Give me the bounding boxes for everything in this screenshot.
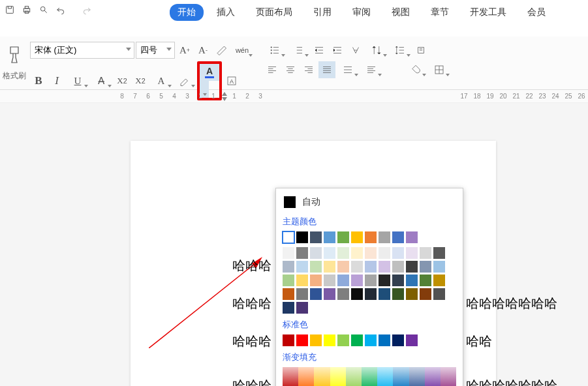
decrease-indent-button[interactable]	[311, 42, 328, 59]
bold-button[interactable]: B	[30, 72, 47, 89]
gradient-swatch[interactable]	[330, 367, 346, 386]
theme-shade-swatch[interactable]	[379, 247, 390, 259]
theme-shade-swatch[interactable]	[337, 261, 349, 273]
number-list-button[interactable]	[287, 42, 309, 59]
superscript-button[interactable]: X2	[114, 72, 131, 89]
standard-color-swatch[interactable]	[324, 334, 335, 346]
distribute-button[interactable]	[337, 61, 359, 78]
theme-color-swatch[interactable]	[337, 231, 349, 243]
theme-shade-swatch[interactable]	[351, 288, 363, 300]
gradient-swatch[interactable]	[298, 367, 314, 386]
font-name-select[interactable]: 宋体 (正文)	[30, 42, 134, 59]
theme-shade-swatch[interactable]	[365, 288, 377, 300]
theme-color-swatch[interactable]	[379, 231, 390, 243]
underline-button[interactable]: U	[67, 72, 89, 89]
theme-shade-swatch[interactable]	[351, 275, 363, 286]
theme-shade-swatch[interactable]	[379, 261, 390, 273]
standard-color-swatch[interactable]	[310, 334, 322, 346]
italic-button[interactable]: I	[48, 72, 65, 89]
standard-color-swatch[interactable]	[296, 334, 308, 346]
font-color-button[interactable]: A	[200, 64, 219, 81]
theme-shade-swatch[interactable]	[296, 275, 308, 286]
gradient-swatch[interactable]	[441, 367, 456, 386]
grow-font-button[interactable]: A+	[176, 42, 193, 59]
theme-shade-swatch[interactable]	[351, 261, 363, 273]
theme-shade-swatch[interactable]	[324, 261, 335, 273]
shrink-font-button[interactable]: A-	[194, 42, 211, 59]
theme-shade-swatch[interactable]	[283, 302, 294, 314]
tab-start[interactable]: 开始	[170, 4, 204, 21]
theme-shade-swatch[interactable]	[392, 261, 404, 273]
tab-page-layout[interactable]: 页面布局	[248, 4, 300, 21]
theme-shade-swatch[interactable]	[296, 302, 308, 314]
tab-view[interactable]: 视图	[384, 4, 418, 21]
bullet-list-button[interactable]	[264, 42, 286, 59]
theme-color-swatch[interactable]	[283, 231, 294, 243]
gradient-swatch[interactable]	[346, 367, 362, 386]
theme-color-swatch[interactable]	[392, 231, 404, 243]
font-color-dropdown[interactable]	[200, 81, 209, 98]
theme-shade-swatch[interactable]	[283, 288, 294, 300]
auto-color-option[interactable]: 自动	[283, 194, 456, 211]
theme-shade-swatch[interactable]	[420, 247, 431, 259]
theme-shade-swatch[interactable]	[296, 261, 308, 273]
borders-button[interactable]	[428, 61, 450, 78]
sort-button[interactable]	[365, 42, 388, 59]
gradient-swatch[interactable]	[314, 367, 330, 386]
theme-shade-swatch[interactable]	[296, 247, 308, 259]
theme-color-swatch[interactable]	[365, 231, 377, 243]
standard-color-swatch[interactable]	[365, 334, 377, 346]
theme-shade-swatch[interactable]	[351, 247, 363, 259]
theme-shade-swatch[interactable]	[365, 261, 377, 273]
indent-marker[interactable]	[221, 92, 227, 101]
format-painter-icon[interactable]	[4, 42, 25, 68]
standard-color-swatch[interactable]	[283, 334, 294, 346]
theme-shade-swatch[interactable]	[392, 247, 404, 259]
text-effects-button[interactable]: A	[150, 72, 172, 89]
tab-references[interactable]: 引用	[305, 4, 339, 21]
theme-shade-swatch[interactable]	[283, 275, 294, 286]
highlight-button[interactable]	[174, 72, 196, 89]
gradient-swatch[interactable]	[377, 367, 393, 386]
theme-shade-swatch[interactable]	[324, 275, 335, 286]
show-marks-button[interactable]	[412, 42, 429, 59]
strikethrough-button[interactable]: A̶	[90, 72, 112, 89]
theme-shade-swatch[interactable]	[433, 247, 445, 259]
theme-shade-swatch[interactable]	[337, 247, 349, 259]
clear-formatting-button[interactable]	[213, 42, 230, 59]
gradient-swatch[interactable]	[362, 367, 377, 386]
theme-shade-swatch[interactable]	[365, 275, 377, 286]
gradient-swatch[interactable]	[283, 367, 298, 386]
theme-shade-swatch[interactable]	[379, 275, 390, 286]
theme-shade-swatch[interactable]	[283, 247, 294, 259]
theme-shade-swatch[interactable]	[283, 261, 294, 273]
theme-color-swatch[interactable]	[351, 231, 363, 243]
align-justify-button[interactable]	[318, 61, 335, 78]
gradient-swatch[interactable]	[393, 367, 409, 386]
theme-shade-swatch[interactable]	[365, 247, 377, 259]
tab-chapter[interactable]: 章节	[423, 4, 457, 21]
shading-button[interactable]	[405, 61, 427, 78]
theme-shade-swatch[interactable]	[406, 275, 418, 286]
theme-shade-swatch[interactable]	[324, 288, 335, 300]
theme-shade-swatch[interactable]	[433, 261, 445, 273]
theme-color-swatch[interactable]	[406, 231, 418, 243]
theme-shade-swatch[interactable]	[310, 275, 322, 286]
theme-shade-swatch[interactable]	[392, 275, 404, 286]
tab-dev-tools[interactable]: 开发工具	[462, 4, 514, 21]
standard-color-swatch[interactable]	[406, 334, 418, 346]
align-right-button[interactable]	[300, 61, 317, 78]
standard-color-swatch[interactable]	[351, 334, 363, 346]
theme-shade-swatch[interactable]	[420, 275, 431, 286]
theme-shade-swatch[interactable]	[310, 288, 322, 300]
standard-color-swatch[interactable]	[379, 334, 390, 346]
gradient-swatch[interactable]	[409, 367, 425, 386]
theme-shade-swatch[interactable]	[296, 288, 308, 300]
theme-shade-swatch[interactable]	[392, 288, 404, 300]
char-border-button[interactable]: A	[223, 72, 240, 89]
theme-shade-swatch[interactable]	[406, 247, 418, 259]
theme-color-swatch[interactable]	[324, 231, 335, 243]
theme-shade-swatch[interactable]	[337, 275, 349, 286]
align-center-button[interactable]	[282, 61, 299, 78]
theme-shade-swatch[interactable]	[420, 261, 431, 273]
